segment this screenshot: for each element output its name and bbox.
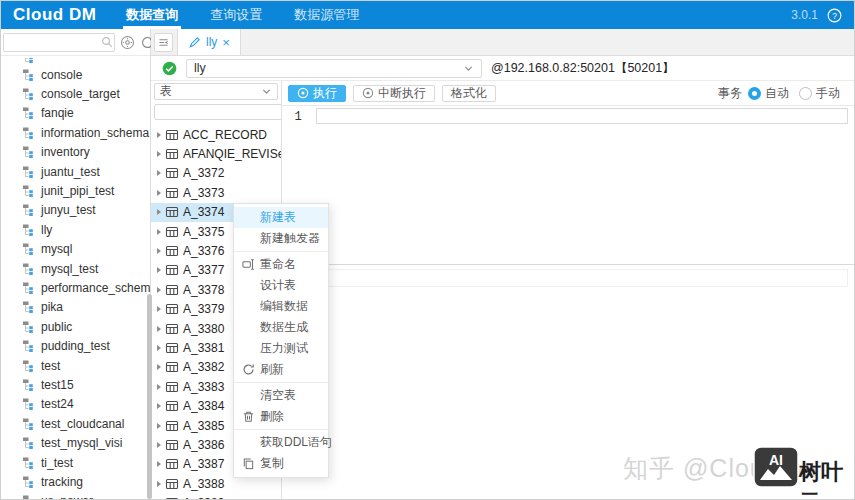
expand-caret-icon[interactable] — [157, 229, 161, 235]
expand-caret-icon[interactable] — [157, 190, 161, 196]
sidebar-database-item[interactable]: inventory — [1, 143, 150, 162]
database-name: console_target — [41, 87, 120, 101]
expand-caret-icon[interactable] — [157, 442, 161, 448]
object-type-select[interactable]: 表 — [154, 83, 278, 100]
sidebar-database-item[interactable]: test_cloudcanal — [1, 414, 150, 433]
sidebar-database-item[interactable]: mysql_test — [1, 259, 150, 278]
context-menu-item-label: 压力测试 — [260, 340, 308, 357]
expand-caret-icon[interactable] — [157, 287, 161, 293]
nav-item[interactable]: 数据查询 — [110, 1, 194, 29]
transaction-radio-option[interactable]: 自动 — [748, 85, 789, 102]
table-row[interactable]: A_3373 — [151, 183, 281, 202]
context-menu-item[interactable]: 获取DDL语句 — [234, 432, 328, 453]
expand-caret-icon[interactable] — [157, 364, 161, 370]
context-menu-item[interactable]: 新建表 — [234, 207, 328, 228]
context-menu-item[interactable]: 设计表 — [234, 275, 328, 296]
expand-caret-icon[interactable] — [157, 345, 161, 351]
sidebar-database-item[interactable]: console_target — [1, 84, 150, 103]
sidebar-database-item[interactable]: lly — [1, 220, 150, 239]
table-grid-icon — [165, 205, 179, 219]
sidebar-database-item[interactable]: public — [1, 317, 150, 336]
sidebar-database-item[interactable]: test15 — [1, 375, 150, 394]
schema-icon — [22, 494, 36, 499]
context-menu-item[interactable]: 重命名 — [234, 254, 328, 275]
trash-icon — [242, 410, 255, 423]
expand-caret-icon[interactable] — [157, 384, 161, 390]
sidebar-database-item[interactable]: test24 — [1, 395, 150, 414]
help-icon[interactable]: ? — [827, 8, 842, 23]
current-line-box[interactable] — [316, 108, 848, 124]
context-menu-item[interactable]: 数据生成 — [234, 317, 328, 338]
sql-editor[interactable]: 1 — [282, 106, 854, 499]
transaction-radio-option[interactable]: 手动 — [799, 85, 840, 102]
interrupt-button[interactable]: 中断执行 — [353, 85, 435, 102]
expand-caret-icon[interactable] — [157, 132, 161, 138]
table-name: A_3372 — [183, 166, 224, 180]
expand-caret-icon[interactable] — [157, 461, 161, 467]
expand-caret-icon[interactable] — [157, 267, 161, 273]
context-menu-item[interactable]: 编辑数据 — [234, 296, 328, 317]
sidebar-database-item[interactable]: us_power — [1, 492, 150, 499]
sidebar-database-item[interactable]: console — [1, 65, 150, 84]
expand-caret-icon[interactable] — [157, 403, 161, 409]
sidebar-database-item[interactable]: fanqie — [1, 104, 150, 123]
context-menu-item[interactable]: 复制 — [234, 453, 328, 474]
sidebar-database-item[interactable]: test — [1, 356, 150, 375]
table-name: A_3387 — [183, 457, 224, 471]
sidebar-database-item[interactable]: pika — [1, 298, 150, 317]
context-menu-item[interactable]: 压力测试 — [234, 338, 328, 359]
expand-caret-icon[interactable] — [157, 326, 161, 332]
context-menu-item[interactable]: 新建触发器 — [234, 228, 328, 249]
transaction-group: 事务 自动 手动 — [718, 85, 848, 102]
editor-result-splitter[interactable] — [282, 264, 854, 265]
expand-caret-icon[interactable] — [157, 306, 161, 312]
schema-icon — [22, 184, 36, 198]
table-grid-icon — [165, 360, 179, 374]
sidebar-database-item[interactable]: information_schema — [1, 123, 150, 142]
schema-icon — [22, 262, 36, 276]
run-button[interactable]: 执行 — [288, 85, 346, 102]
sidebar-database-item[interactable]: performance_schema — [1, 278, 150, 297]
context-menu-item[interactable]: 删除 — [234, 406, 328, 427]
table-row[interactable]: A_3389 — [151, 493, 281, 499]
table-search-input[interactable] — [155, 106, 282, 118]
sidebar-database-item[interactable]: mysql — [1, 240, 150, 259]
schema-icon — [22, 58, 36, 64]
sidebar-database-item[interactable]: junyu_test — [1, 201, 150, 220]
tab-lly[interactable]: lly × — [177, 29, 241, 55]
sidebar-search-box[interactable] — [3, 33, 115, 52]
sidebar-database-item[interactable]: ti_test — [1, 453, 150, 472]
sidebar-header — [1, 29, 150, 56]
panel-toggle-icon — [157, 36, 170, 49]
sidebar-database-item[interactable]: pudding_test — [1, 336, 150, 355]
expand-caret-icon[interactable] — [157, 209, 161, 215]
table-row[interactable]: ACC_RECORD — [151, 125, 281, 144]
table-row[interactable]: A_3372 — [151, 164, 281, 183]
expand-caret-icon[interactable] — [157, 248, 161, 254]
context-menu-item[interactable]: 清空表 — [234, 385, 328, 406]
nav-item[interactable]: 数据源管理 — [278, 1, 375, 29]
schema-icon — [22, 242, 36, 256]
context-menu-item[interactable]: 刷新 — [234, 359, 328, 380]
panel-toggle-button[interactable] — [154, 33, 173, 52]
connection-select[interactable]: lly — [186, 59, 482, 78]
expand-caret-icon[interactable] — [157, 170, 161, 176]
sidebar-scrollbar-thumb[interactable] — [147, 294, 152, 499]
sidebar-database-item[interactable]: juantu_test — [1, 162, 150, 181]
format-button[interactable]: 格式化 — [442, 85, 496, 102]
sidebar-database-item[interactable]: junit_pipi_test — [1, 181, 150, 200]
expand-caret-icon[interactable] — [157, 481, 161, 487]
table-row[interactable]: AFANQIE_REVISe（待创建） — [151, 144, 281, 163]
sidebar-database-item[interactable]: tracking — [1, 472, 150, 491]
sidebar-search-input[interactable] — [4, 35, 100, 50]
sidebar-database-item[interactable]: test_mysql_visi — [1, 433, 150, 452]
expand-caret-icon[interactable] — [157, 423, 161, 429]
close-icon[interactable]: × — [222, 36, 230, 49]
settings-circle-icon[interactable] — [120, 35, 135, 50]
expand-caret-icon[interactable] — [157, 151, 161, 157]
menu-divider — [234, 251, 328, 252]
schema-icon — [22, 300, 36, 314]
table-search-row — [154, 104, 278, 120]
table-search-box[interactable] — [154, 104, 282, 120]
nav-item[interactable]: 查询设置 — [194, 1, 278, 29]
